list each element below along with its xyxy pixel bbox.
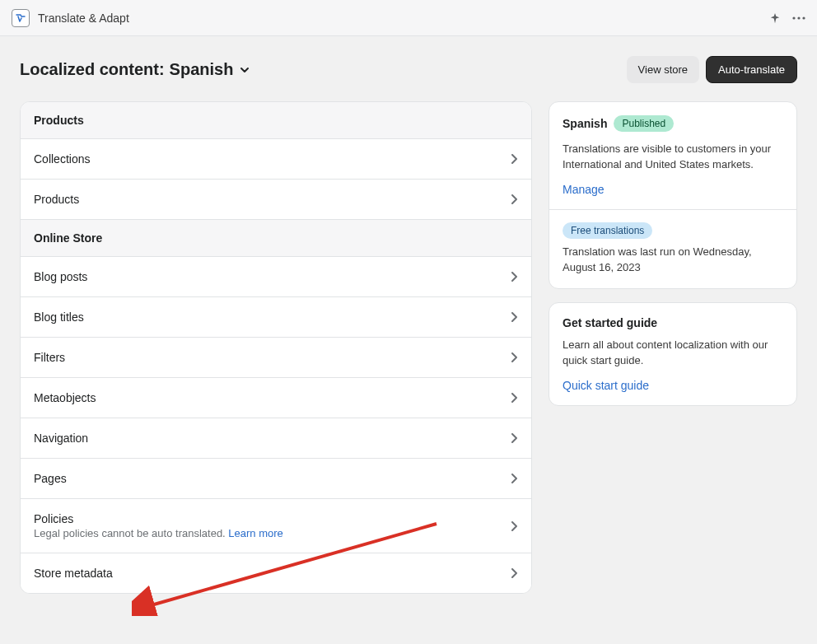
chevron-right-icon [511, 393, 518, 403]
chevron-right-icon [511, 312, 518, 322]
list-item-label: Navigation [34, 432, 88, 445]
page-title-prefix: Localized content: [20, 60, 165, 79]
free-translations-badge: Free translations [563, 222, 652, 239]
list-item-blog-posts[interactable]: Blog posts [21, 257, 531, 297]
chevron-right-icon [511, 568, 518, 578]
list-item-metaobjects[interactable]: Metaobjects [21, 378, 531, 418]
status-description: Translations are visible to customers in… [563, 142, 783, 173]
auto-translate-button[interactable]: Auto-translate [706, 56, 797, 83]
list-item-blog-titles[interactable]: Blog titles [21, 297, 531, 338]
chevron-right-icon [511, 474, 518, 483]
list-item-subtext: Legal policies cannot be auto translated… [34, 527, 283, 539]
section-header-products: Products [21, 102, 531, 139]
chevron-right-icon [511, 521, 518, 531]
list-item-label: Pages [34, 472, 67, 485]
more-icon[interactable] [792, 16, 805, 20]
list-item-policies[interactable]: Policies Legal policies cannot be auto t… [21, 499, 531, 553]
page-content: Localized content: Spanish View store Au… [0, 36, 817, 614]
list-item-label: Policies [34, 512, 283, 525]
list-item-store-metadata[interactable]: Store metadata [21, 553, 531, 593]
list-item-pages[interactable]: Pages [21, 459, 531, 499]
topbar-actions [769, 12, 805, 24]
page-title[interactable]: Localized content: Spanish [20, 60, 250, 79]
list-item-label: Store metadata [34, 567, 113, 580]
chevron-right-icon [511, 272, 518, 282]
published-badge: Published [614, 115, 674, 132]
chevron-right-icon [511, 352, 518, 362]
last-run-text: Translation was last run on Wednesday, A… [563, 245, 783, 276]
quick-start-link[interactable]: Quick start guide [563, 379, 649, 392]
app-icon [12, 9, 30, 27]
list-item-products[interactable]: Products [21, 180, 531, 220]
pin-icon[interactable] [769, 12, 781, 24]
list-item-label: Products [34, 193, 79, 206]
chevron-right-icon [511, 433, 518, 443]
main-columns: Products Collections Products Online Sto… [20, 101, 797, 594]
chevron-right-icon [511, 154, 518, 164]
status-card: Spanish Published Translations are visib… [549, 101, 797, 289]
list-item-collections[interactable]: Collections [21, 139, 531, 180]
list-item-label: Metaobjects [34, 391, 96, 404]
view-store-button[interactable]: View store [627, 56, 699, 83]
chevron-down-icon [240, 65, 250, 75]
list-item-label: Collections [34, 152, 90, 166]
svg-point-2 [802, 16, 805, 19]
guide-description: Learn all about content localization wit… [563, 338, 783, 369]
chevron-right-icon [511, 194, 518, 204]
page-title-language: Spanish [170, 60, 234, 79]
svg-point-1 [797, 16, 800, 19]
app-title: Translate & Adapt [38, 12, 129, 25]
status-title-row: Spanish Published [563, 115, 783, 132]
page-header: Localized content: Spanish View store Au… [20, 56, 797, 83]
learn-more-link[interactable]: Learn more [228, 527, 282, 539]
svg-point-0 [792, 16, 795, 19]
header-buttons: View store Auto-translate [627, 56, 797, 83]
list-item-label: Blog posts [34, 270, 87, 283]
list-item-filters[interactable]: Filters [21, 338, 531, 378]
list-item-label: Filters [34, 351, 65, 364]
guide-card: Get started guide Learn all about conten… [549, 302, 797, 406]
section-header-online-store: Online Store [21, 220, 531, 257]
topbar: Translate & Adapt [0, 0, 817, 36]
manage-link[interactable]: Manage [563, 183, 605, 196]
list-item-label: Blog titles [34, 310, 84, 324]
policies-subtext: Legal policies cannot be auto translated… [34, 527, 226, 539]
status-language: Spanish [563, 117, 607, 130]
left-column: Products Collections Products Online Sto… [20, 101, 532, 594]
divider [549, 209, 796, 210]
guide-title: Get started guide [563, 316, 783, 329]
list-item-navigation[interactable]: Navigation [21, 418, 531, 459]
content-sections-card: Products Collections Products Online Sto… [20, 101, 532, 594]
right-column: Spanish Published Translations are visib… [549, 101, 797, 406]
